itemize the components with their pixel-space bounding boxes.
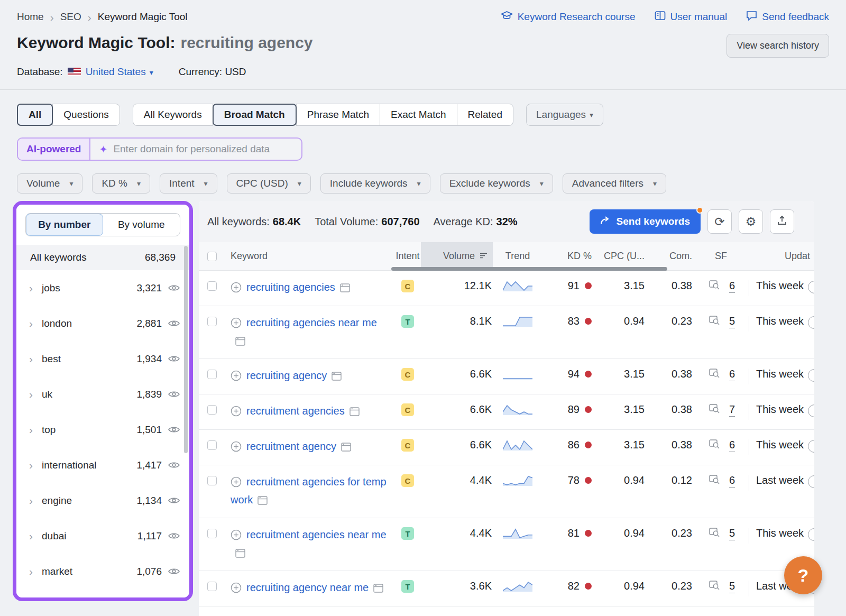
chevron-right-icon[interactable]: ›: [29, 424, 33, 435]
sf-count[interactable]: 6: [729, 439, 735, 452]
sidebar-group-uk[interactable]: ›uk1,839: [16, 376, 189, 412]
sf-count[interactable]: 6: [729, 474, 735, 488]
filter-advanced-filters[interactable]: Advanced filters▾: [563, 173, 666, 194]
chevron-right-icon[interactable]: ›: [29, 282, 33, 293]
eye-icon[interactable]: [168, 319, 180, 327]
add-keyword-icon[interactable]: [231, 529, 242, 545]
serp-preview-icon[interactable]: [341, 440, 351, 456]
add-keyword-icon[interactable]: [231, 440, 242, 456]
eye-icon[interactable]: [168, 284, 180, 292]
sf-count[interactable]: 5: [729, 527, 735, 540]
header-com[interactable]: Com.: [646, 242, 693, 270]
serp-preview-icon[interactable]: [258, 493, 268, 509]
add-keyword-icon[interactable]: [231, 405, 242, 421]
filter-include-keywords[interactable]: Include keywords▾: [320, 173, 430, 194]
eye-icon[interactable]: [168, 497, 180, 504]
header-trend[interactable]: Trend: [493, 242, 542, 270]
serp-features-icon[interactable]: [709, 316, 720, 328]
view-search-history-button[interactable]: View search history: [727, 34, 829, 58]
keyword-link[interactable]: recruitment agencies for temp work: [231, 476, 387, 505]
sort-by-number-tab[interactable]: By number: [26, 214, 103, 236]
send-feedback-link[interactable]: Send feedback: [746, 11, 829, 23]
update-metrics-icon[interactable]: [808, 316, 814, 329]
sf-count[interactable]: 6: [729, 280, 735, 293]
serp-preview-icon[interactable]: [373, 581, 383, 597]
serp-features-icon[interactable]: [709, 439, 720, 452]
sidebar-group-engine[interactable]: ›engine1,134: [16, 483, 189, 518]
filter-kd[interactable]: KD %▾: [92, 173, 150, 194]
row-checkbox[interactable]: [207, 405, 217, 415]
serp-preview-icon[interactable]: [340, 281, 350, 297]
chevron-right-icon[interactable]: ›: [29, 389, 33, 400]
tab-all-keywords[interactable]: All Keywords: [133, 104, 213, 126]
header-kd[interactable]: KD %: [542, 242, 593, 270]
filter-volume[interactable]: Volume▾: [17, 173, 82, 194]
header-cpc[interactable]: CPC (U...: [593, 242, 646, 270]
tab-exact-match[interactable]: Exact Match: [380, 104, 457, 126]
sidebar-group-top[interactable]: ›top1,501: [16, 412, 189, 447]
filter-intent[interactable]: Intent▾: [160, 173, 217, 194]
export-button[interactable]: [770, 209, 794, 234]
serp-features-icon[interactable]: [709, 404, 720, 417]
breadcrumb-seo[interactable]: SEO: [60, 11, 81, 23]
refresh-button[interactable]: ⟳: [707, 209, 732, 234]
eye-icon[interactable]: [168, 461, 180, 469]
tab-broad-match[interactable]: Broad Match: [213, 104, 297, 126]
sf-count[interactable]: 5: [729, 315, 735, 328]
sidebar-group-jobs[interactable]: ›jobs3,321: [16, 270, 189, 306]
sidebar-group-best[interactable]: ›best1,934: [16, 341, 189, 376]
sf-count[interactable]: 7: [729, 403, 735, 417]
send-keywords-button[interactable]: Send keywords: [590, 209, 701, 234]
filter-cpc-usd[interactable]: CPC (USD)▾: [227, 173, 311, 194]
all-keywords-row[interactable]: All keywords 68,369: [16, 245, 189, 270]
eye-icon[interactable]: [168, 355, 180, 363]
eye-icon[interactable]: [168, 390, 180, 398]
keyword-link[interactable]: recruitment agencies: [246, 405, 345, 417]
keyword-link[interactable]: recruiting agencies: [246, 281, 335, 293]
tab-all[interactable]: All: [17, 104, 53, 126]
settings-button[interactable]: ⚙: [739, 209, 763, 234]
horizontal-scrollbar[interactable]: [391, 267, 667, 271]
serp-preview-icon[interactable]: [235, 546, 245, 562]
chevron-right-icon[interactable]: ›: [29, 318, 33, 329]
serp-features-icon[interactable]: [709, 369, 720, 381]
sidebar-group-dubai[interactable]: ›dubai1,117: [16, 518, 189, 554]
serp-features-icon[interactable]: [709, 475, 720, 488]
sort-by-volume-tab[interactable]: By volume: [103, 214, 180, 236]
database-selector[interactable]: United States▾: [86, 66, 153, 78]
row-checkbox[interactable]: [207, 476, 217, 485]
update-metrics-icon[interactable]: [808, 369, 814, 382]
row-checkbox[interactable]: [207, 370, 217, 379]
row-checkbox[interactable]: [207, 317, 217, 326]
keyword-link[interactable]: recruitment agencies near me: [246, 529, 387, 540]
row-checkbox[interactable]: [207, 281, 217, 291]
add-keyword-icon[interactable]: [231, 281, 242, 297]
update-metrics-icon[interactable]: [808, 404, 814, 417]
sidebar-group-london[interactable]: ›london2,881: [16, 306, 189, 341]
add-keyword-icon[interactable]: [231, 317, 242, 333]
select-all-checkbox[interactable]: [207, 252, 217, 261]
update-metrics-icon[interactable]: [808, 528, 814, 541]
filter-exclude-keywords[interactable]: Exclude keywords▾: [440, 173, 553, 194]
update-metrics-icon[interactable]: [808, 475, 814, 488]
serp-preview-icon[interactable]: [350, 404, 360, 420]
languages-dropdown[interactable]: Languages ▾: [526, 104, 603, 126]
header-updated[interactable]: Updat: [749, 242, 814, 270]
row-checkbox[interactable]: [207, 529, 217, 538]
chevron-right-icon[interactable]: ›: [29, 495, 33, 506]
eye-icon[interactable]: [168, 567, 180, 575]
eye-icon[interactable]: [168, 532, 180, 540]
sidebar-scrollbar[interactable]: [184, 246, 188, 453]
add-keyword-icon[interactable]: [231, 582, 242, 597]
sidebar-group-market[interactable]: ›market1,076: [16, 554, 189, 589]
update-metrics-icon[interactable]: [808, 440, 814, 453]
user-manual-link[interactable]: User manual: [655, 11, 728, 23]
domain-input[interactable]: [113, 143, 293, 155]
serp-preview-icon[interactable]: [332, 369, 342, 385]
keyword-link[interactable]: recruitment agency: [246, 440, 336, 452]
chevron-right-icon[interactable]: ›: [29, 566, 33, 577]
help-button[interactable]: ?: [784, 556, 822, 594]
serp-features-icon[interactable]: [709, 528, 720, 540]
sf-count[interactable]: 6: [729, 368, 735, 381]
keyword-link[interactable]: recruiting agency near me: [246, 582, 369, 593]
